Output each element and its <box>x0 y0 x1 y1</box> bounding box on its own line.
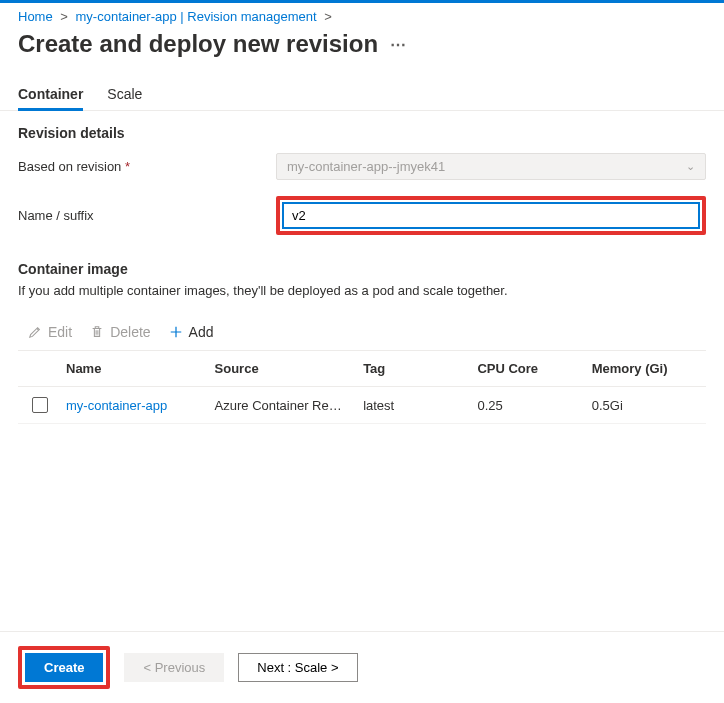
row-source: Azure Container Re… <box>215 398 364 413</box>
based-on-revision-select[interactable]: my-container-app--jmyek41 ⌄ <box>276 153 706 180</box>
page-title: Create and deploy new revision ⋯ <box>0 28 724 66</box>
previous-button: < Previous <box>124 653 224 682</box>
plus-icon <box>169 325 183 339</box>
edit-button[interactable]: Edit <box>28 324 72 340</box>
based-on-label: Based on revision * <box>18 159 268 174</box>
row-cpu: 0.25 <box>477 398 591 413</box>
breadcrumb-app[interactable]: my-container-app | Revision management <box>76 9 317 24</box>
col-name: Name <box>66 361 215 376</box>
chevron-right-icon: > <box>320 9 336 24</box>
more-icon[interactable]: ⋯ <box>390 35 406 54</box>
pencil-icon <box>28 325 42 339</box>
highlight-suffix <box>276 196 706 235</box>
breadcrumb: Home > my-container-app | Revision manag… <box>0 3 724 28</box>
container-table: Name Source Tag CPU Core Memory (Gi) my-… <box>18 350 706 424</box>
col-cpu: CPU Core <box>477 361 591 376</box>
based-on-value: my-container-app--jmyek41 <box>287 159 445 174</box>
col-tag: Tag <box>363 361 477 376</box>
container-image-heading: Container image <box>0 239 724 281</box>
chevron-right-icon: > <box>56 9 72 24</box>
row-checkbox[interactable] <box>32 397 48 413</box>
next-button[interactable]: Next : Scale > <box>238 653 357 682</box>
col-source: Source <box>215 361 364 376</box>
row-name-link[interactable]: my-container-app <box>66 398 215 413</box>
footer-bar: Create < Previous Next : Scale > <box>0 631 724 703</box>
image-toolbar: Edit Delete Add <box>0 318 724 350</box>
breadcrumb-home[interactable]: Home <box>18 9 53 24</box>
create-button[interactable]: Create <box>25 653 103 682</box>
delete-button[interactable]: Delete <box>90 324 150 340</box>
col-memory: Memory (Gi) <box>592 361 706 376</box>
container-image-helper: If you add multiple container images, th… <box>0 281 724 310</box>
tab-scale[interactable]: Scale <box>107 86 142 110</box>
revision-details-heading: Revision details <box>0 111 724 149</box>
table-header: Name Source Tag CPU Core Memory (Gi) <box>18 351 706 387</box>
table-row[interactable]: my-container-app Azure Container Re… lat… <box>18 387 706 424</box>
highlight-create: Create <box>18 646 110 689</box>
row-memory: 0.5Gi <box>592 398 706 413</box>
trash-icon <box>90 325 104 339</box>
tabs: Container Scale <box>0 66 724 111</box>
chevron-down-icon: ⌄ <box>686 160 695 173</box>
name-suffix-input[interactable] <box>282 202 700 229</box>
row-tag: latest <box>363 398 477 413</box>
name-suffix-label: Name / suffix <box>18 208 268 223</box>
tab-container[interactable]: Container <box>18 86 83 110</box>
add-button[interactable]: Add <box>169 324 214 340</box>
